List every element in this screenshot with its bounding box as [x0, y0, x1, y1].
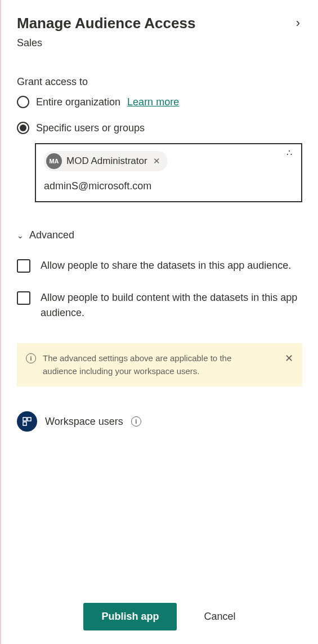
- workspace-icon: [17, 411, 37, 432]
- workspace-info-icon[interactable]: i: [131, 416, 141, 427]
- radio-specific-users[interactable]: [17, 122, 29, 134]
- banner-text: The advanced settings above are applicab…: [43, 352, 278, 377]
- advanced-toggle[interactable]: ⌄ Advanced: [17, 229, 302, 241]
- svg-rect-1: [28, 418, 31, 421]
- close-icon[interactable]: ✕: [285, 352, 293, 365]
- checkbox-allow-build[interactable]: [17, 291, 30, 305]
- radio-specific-users-label: Specific users or groups: [36, 122, 145, 134]
- panel-subtitle: Sales: [17, 37, 302, 49]
- publish-app-button[interactable]: Publish app: [83, 603, 177, 630]
- chevron-down-icon: ⌄: [17, 231, 24, 240]
- user-chip: MA MOD Administrator ✕: [44, 151, 167, 171]
- chevron-right-icon[interactable]: ›: [294, 14, 302, 33]
- workspace-users-label: Workspace users: [45, 416, 123, 428]
- checkbox-allow-build-label: Allow people to build content with the d…: [41, 290, 302, 321]
- grant-access-label: Grant access to: [17, 76, 302, 88]
- info-banner: i The advanced settings above are applic…: [17, 343, 302, 387]
- cancel-button[interactable]: Cancel: [204, 611, 235, 623]
- advanced-label: Advanced: [29, 229, 74, 241]
- chip-label: MOD Administrator: [66, 156, 147, 167]
- svg-rect-2: [23, 422, 26, 425]
- panel-title: Manage Audience Access: [17, 15, 195, 32]
- avatar: MA: [46, 153, 62, 169]
- chip-remove-icon[interactable]: ✕: [152, 155, 162, 167]
- svg-rect-0: [23, 418, 26, 421]
- radio-entire-organization[interactable]: [17, 96, 29, 108]
- radio-entire-organization-label: Entire organization: [36, 96, 120, 108]
- people-picker[interactable]: ∴ MA MOD Administrator ✕: [35, 143, 302, 202]
- checkbox-allow-share[interactable]: [17, 259, 30, 273]
- checkbox-allow-share-label: Allow people to share the datasets in th…: [41, 258, 291, 273]
- picker-handle-icon: ∴: [286, 151, 293, 156]
- people-picker-input[interactable]: [44, 178, 293, 194]
- info-icon: i: [26, 353, 36, 363]
- learn-more-link[interactable]: Learn more: [127, 96, 179, 108]
